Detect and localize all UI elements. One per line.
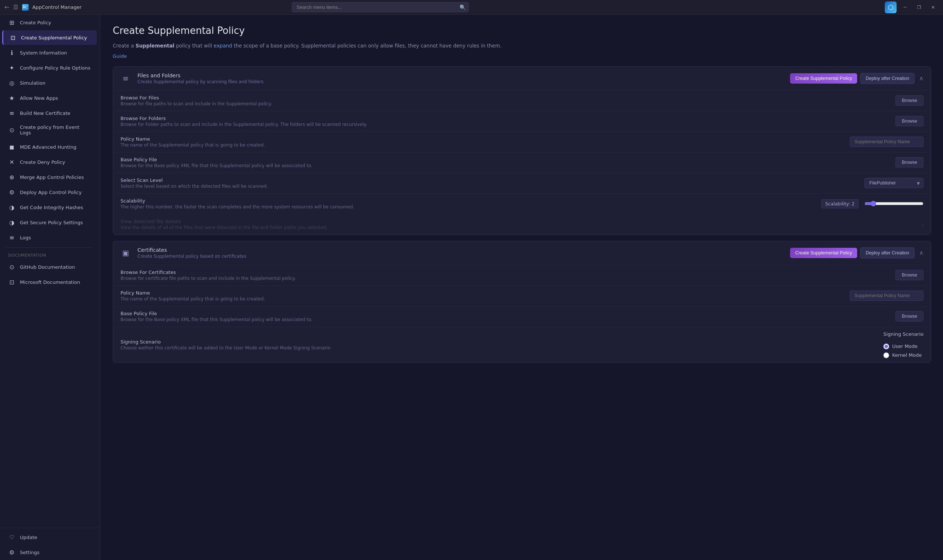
sidebar-item-simulation[interactable]: ◎ Simulation	[2, 75, 97, 90]
policy-name-input-cert-policy-name[interactable]	[850, 291, 923, 301]
sidebar-item-allow-new-apps[interactable]: ★ Allow New Apps	[2, 91, 97, 105]
signing-scenario-heading: Signing Scenario	[883, 331, 923, 337]
radio-label-user-mode: User Mode	[892, 343, 918, 349]
sidebar-label-allow-new-apps: Allow New Apps	[20, 95, 58, 101]
sidebar-item-mde-advanced-hunting[interactable]: ◼ MDE Advanced Hunting	[2, 140, 97, 154]
section-icon-files-and-folders: ≡	[119, 72, 132, 85]
sidebar-item-create-deny-policy[interactable]: ✕ Create Deny Policy	[2, 155, 97, 169]
sidebar-label-merge-app-control-policies: Merge App Control Policies	[20, 174, 84, 180]
row-base-policy-file: Base Policy File Browse for the Base pol…	[113, 152, 931, 173]
sidebar-divider-1	[6, 248, 93, 248]
collapse-btn-files-and-folders[interactable]: ∧	[918, 75, 925, 82]
row-label-browse-for-certificates: Browse For Certificates	[120, 269, 891, 275]
row-browse-for-files: Browse For Files Browse for file paths t…	[113, 90, 931, 111]
sidebar-item-create-supplemental-policy[interactable]: ⊡ Create Supplemental Policy	[2, 30, 97, 45]
expand-arrow-view-detected-file-details[interactable]: ›	[921, 221, 923, 227]
app-icon: AC	[22, 4, 29, 11]
row-label-scalability: Scalability	[120, 198, 817, 204]
sidebar-item-github-docs[interactable]: ⊙ GitHub Documentation	[2, 260, 97, 274]
section-body-certificates: Browse For Certificates Browse for certi…	[113, 265, 931, 363]
sidebar-label-deploy-app-control-policy: Deploy App Control Policy	[20, 189, 82, 195]
browse-btn-base-policy-file[interactable]: Browse	[895, 157, 923, 168]
sidebar-item-create-policy[interactable]: ⊞ Create Policy	[2, 15, 97, 30]
restore-button[interactable]: ❐	[914, 2, 924, 13]
row-sublabel-cert-base-policy-file: Browse for the Base policy XML file that…	[120, 317, 891, 322]
radio-option-kernel-mode[interactable]: Kernel Mode	[883, 352, 923, 358]
sidebar-item-update[interactable]: ♡ Update	[2, 530, 97, 545]
sidebar-bottom: ♡ Update ⚙ Settings	[0, 528, 99, 560]
policy-name-input-policy-name[interactable]	[850, 137, 923, 147]
radio-input-kernel-mode[interactable]	[883, 352, 889, 358]
window-logo: ⬡	[885, 2, 897, 13]
search-icon[interactable]: 🔍	[460, 5, 466, 10]
section-certificates: ▣ Certificates Create Supplemental polic…	[113, 241, 931, 363]
deploy-after-creation-btn-1[interactable]: Deploy after Creation	[860, 248, 915, 258]
titlebar: ← ☰ AC AppControl Manager 🔍 ⬡ ─ ❐ ✕	[0, 0, 943, 15]
section-title-certificates: Certificates	[137, 247, 785, 253]
scalability-row: Scalability: 2	[821, 199, 923, 208]
documentation-label: Documentation	[0, 250, 99, 259]
row-scalability: Scalability The higher this number, the …	[113, 193, 931, 214]
row-sublabel-cert-policy-name: The name of the Supplemental policy that…	[120, 296, 845, 302]
row-cert-policy-name: Policy Name The name of the Supplemental…	[113, 285, 931, 306]
sidebar-item-system-information[interactable]: ℹ System Information	[2, 45, 97, 60]
sidebar-item-settings[interactable]: ⚙ Settings	[2, 545, 97, 560]
nav-icon-create-policy: ⊞	[8, 19, 15, 26]
row-label-cert-base-policy-file: Base Policy File	[120, 311, 891, 316]
sidebar-item-create-policy-from-event-logs[interactable]: ⊙ Create policy from Event Logs	[2, 121, 97, 139]
row-select-scan-level: Select Scan Level Select the level based…	[113, 173, 931, 193]
radio-label-kernel-mode: Kernel Mode	[892, 352, 921, 358]
scalability-label: Scalability: 2	[821, 199, 859, 208]
browse-btn-browse-for-files[interactable]: Browse	[895, 95, 923, 106]
radio-option-user-mode[interactable]: User Mode	[883, 343, 923, 349]
browse-btn-browse-for-certificates[interactable]: Browse	[895, 270, 923, 280]
sidebar-item-get-code-integrity-hashes[interactable]: ◑ Get Code Integrity Hashes	[2, 200, 97, 215]
search-input[interactable]	[292, 2, 469, 12]
nav-icon-simulation: ◎	[8, 79, 15, 86]
guide-link[interactable]: Guide	[113, 53, 127, 59]
deploy-after-creation-btn-0[interactable]: Deploy after Creation	[860, 73, 915, 84]
scan-level-select-select-scan-level[interactable]: FilePublisherPublisherHashFileName	[864, 178, 923, 188]
menu-button[interactable]: ☰	[13, 4, 18, 11]
sidebar-label-create-supplemental-policy: Create Supplemental Policy	[21, 35, 87, 40]
browse-btn-cert-base-policy-file[interactable]: Browse	[895, 311, 923, 322]
row-browse-for-certificates: Browse For Certificates Browse for certi…	[113, 265, 931, 285]
sidebar-item-merge-app-control-policies[interactable]: ⊕ Merge App Control Policies	[2, 170, 97, 185]
row-label-browse-for-files: Browse For Files	[120, 95, 891, 100]
sidebar-item-microsoft-docs[interactable]: ⊡ Microsoft Documentation	[2, 275, 97, 289]
sidebar-item-logs[interactable]: ≡ Logs	[2, 230, 97, 245]
sidebar-item-deploy-app-control-policy[interactable]: ⚙ Deploy App Control Policy	[2, 185, 97, 200]
section-header-files-and-folders[interactable]: ≡ Files and Folders Create Supplemental …	[113, 67, 931, 90]
nav-icon-create-deny-policy: ✕	[8, 158, 15, 166]
section-subtitle-files-and-folders: Create Supplemental policy by scanning f…	[137, 79, 785, 84]
back-button[interactable]: ←	[5, 4, 9, 11]
nav-icon-merge-app-control-policies: ⊕	[8, 174, 15, 181]
create-supplemental-policy-btn-1[interactable]: Create Supplemental Policy	[790, 248, 857, 258]
sidebar: ⊞ Create Policy ⊡ Create Supplemental Po…	[0, 15, 99, 560]
close-button[interactable]: ✕	[928, 2, 938, 13]
sidebar-label-create-deny-policy: Create Deny Policy	[20, 159, 65, 165]
row-signing-scenario: Signing Scenario Choose wether this cert…	[113, 326, 931, 363]
collapse-btn-certificates[interactable]: ∧	[918, 249, 925, 256]
nav-icon-create-policy-from-event-logs: ⊙	[8, 126, 15, 134]
browse-btn-browse-for-folders[interactable]: Browse	[895, 116, 923, 126]
sidebar-item-get-secure-policy-settings[interactable]: ◑ Get Secure Policy Settings	[2, 215, 97, 230]
section-header-certificates[interactable]: ▣ Certificates Create Supplemental polic…	[113, 241, 931, 265]
select-wrapper-select-scan-level: FilePublisherPublisherHashFileName	[864, 178, 923, 188]
sidebar-item-build-new-certificate[interactable]: ≡ Build New Certificate	[2, 106, 97, 120]
create-supplemental-policy-btn-0[interactable]: Create Supplemental Policy	[790, 73, 857, 83]
radio-input-user-mode[interactable]	[883, 343, 889, 349]
row-sublabel-browse-for-folders: Browse for Folder paths to scan and incl…	[120, 122, 891, 127]
section-actions-files-and-folders: Create Supplemental Policy Deploy after …	[790, 73, 925, 84]
nav-icon-microsoft-docs: ⊡	[8, 278, 15, 286]
nav-icon-settings: ⚙	[8, 549, 15, 556]
nav-icon-logs: ≡	[8, 234, 15, 241]
section-subtitle-certificates: Create Supplemental policy based on cert…	[137, 254, 785, 259]
search-bar: 🔍	[292, 2, 469, 12]
row-sublabel-browse-for-files: Browse for file paths to scan and includ…	[120, 101, 891, 106]
row-label-base-policy-file: Base Policy File	[120, 157, 891, 162]
sidebar-item-configure-policy-rule-options[interactable]: ✦ Configure Policy Rule Options	[2, 60, 97, 75]
minimize-button[interactable]: ─	[900, 2, 911, 13]
sidebar-label-simulation: Simulation	[20, 80, 45, 86]
scalability-slider[interactable]	[864, 201, 923, 206]
